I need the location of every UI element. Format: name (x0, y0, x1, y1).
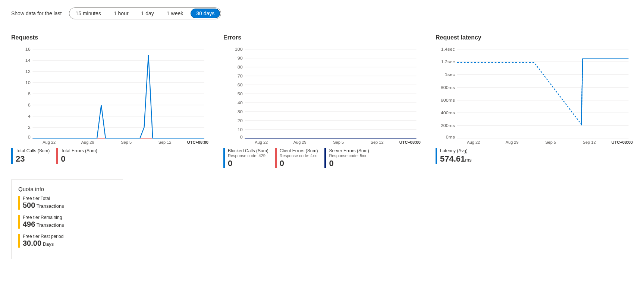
legend-client-errors: Client Errors (Sum) Response code: 4xx 0 (275, 148, 318, 168)
timezone-label: UTC+08:00 (184, 140, 208, 144)
time-filter-label: Show data for the last (11, 10, 62, 16)
svg-text:6: 6 (28, 103, 31, 108)
requests-chart-title: Requests (11, 34, 208, 41)
svg-text:200ms: 200ms (441, 123, 455, 128)
svg-text:80: 80 (238, 65, 243, 70)
svg-text:14: 14 (25, 58, 31, 63)
quota-info-card: Quota info Free tier Total 500 Transacti… (11, 179, 123, 259)
svg-text:100: 100 (235, 47, 243, 52)
x-tick: Aug 29 (280, 140, 319, 144)
svg-text:16: 16 (25, 47, 31, 52)
errors-chart[interactable]: 100 90 80 70 60 50 40 30 20 10 0 (223, 45, 421, 139)
errors-chart-title: Errors (223, 34, 421, 41)
time-pill-1week[interactable]: 1 week (161, 9, 188, 18)
latency-chart-title: Request latency (436, 34, 633, 41)
svg-text:60: 60 (238, 83, 243, 88)
requests-x-axis: Aug 22 Aug 29 Sep 5 Sep 12 UTC+08:00 (11, 140, 208, 144)
svg-text:1.4sec: 1.4sec (441, 47, 455, 52)
latency-chart-panel: Request latency 1.4sec 1.2sec 1sec 800ms… (436, 34, 633, 168)
time-pill-1hour[interactable]: 1 hour (109, 9, 134, 18)
svg-text:70: 70 (238, 74, 243, 79)
legend-blocked-calls: Blocked Calls (Sum) Response code: 429 0 (223, 148, 268, 168)
svg-text:1.2sec: 1.2sec (441, 60, 455, 64)
x-tick: Aug 22 (454, 140, 493, 144)
svg-text:10: 10 (25, 80, 31, 85)
svg-text:12: 12 (25, 69, 31, 74)
svg-text:90: 90 (238, 56, 243, 61)
x-tick: Sep 5 (319, 140, 358, 144)
svg-text:2: 2 (28, 125, 31, 130)
quota-free-tier-remaining: Free tier Remaining 496 Transactions (18, 215, 116, 229)
legend-latency-avg: Latency (Avg) 574.61ms (436, 148, 473, 164)
svg-text:8: 8 (28, 92, 31, 96)
latency-legend: Latency (Avg) 574.61ms (436, 148, 633, 164)
errors-legend: Blocked Calls (Sum) Response code: 429 0… (223, 148, 421, 168)
time-pill-30days[interactable]: 30 days (191, 9, 220, 18)
svg-text:0ms: 0ms (446, 135, 455, 139)
svg-text:800ms: 800ms (441, 85, 455, 90)
svg-text:0: 0 (28, 135, 31, 139)
x-tick: Sep 12 (358, 140, 396, 144)
svg-text:10: 10 (238, 127, 243, 132)
charts-row: Requests 16 14 12 10 8 6 4 (11, 34, 633, 168)
requests-chart-panel: Requests 16 14 12 10 8 6 4 (11, 34, 208, 168)
x-tick: Aug 29 (493, 140, 531, 144)
svg-text:20: 20 (238, 118, 243, 123)
time-range-filter: Show data for the last 15 minutes 1 hour… (11, 7, 633, 19)
time-range-pills: 15 minutes 1 hour 1 day 1 week 30 days (69, 7, 221, 19)
errors-x-axis: Aug 22 Aug 29 Sep 5 Sep 12 UTC+08:00 (223, 140, 421, 144)
time-pill-15min[interactable]: 15 minutes (70, 9, 106, 18)
x-tick: Aug 22 (30, 140, 68, 144)
svg-text:0: 0 (240, 135, 243, 139)
svg-text:30: 30 (238, 109, 243, 114)
latency-x-axis: Aug 22 Aug 29 Sep 5 Sep 12 UTC+08:00 (436, 140, 633, 144)
timezone-label: UTC+08:00 (609, 140, 633, 144)
requests-legend: Total Calls (Sum) 23 Total Errors (Sum) … (11, 148, 208, 164)
x-tick: Sep 5 (531, 140, 570, 144)
timezone-label: UTC+08:00 (396, 140, 421, 144)
latency-chart[interactable]: 1.4sec 1.2sec 1sec 800ms 600ms 400ms 200… (436, 45, 633, 139)
legend-total-calls: Total Calls (Sum) 23 (11, 148, 50, 164)
quota-free-tier-total: Free tier Total 500 Transactions (18, 196, 116, 210)
x-tick: Sep 12 (570, 140, 608, 144)
errors-chart-panel: Errors 100 90 80 70 60 50 (223, 34, 421, 168)
x-tick: Sep 5 (107, 140, 145, 144)
quota-free-tier-rest: Free tier Rest period 30.00 Days (18, 234, 116, 248)
svg-text:400ms: 400ms (441, 111, 455, 115)
legend-server-errors: Server Errors (Sum) Response code: 5xx 0 (324, 148, 369, 168)
svg-text:1sec: 1sec (445, 72, 455, 77)
time-pill-1day[interactable]: 1 day (136, 9, 159, 18)
quota-title: Quota info (18, 186, 116, 192)
legend-total-errors: Total Errors (Sum) 0 (56, 148, 97, 164)
svg-text:50: 50 (238, 92, 243, 96)
x-tick: Aug 22 (242, 140, 280, 144)
requests-chart[interactable]: 16 14 12 10 8 6 4 2 0 (11, 45, 208, 139)
x-tick: Aug 29 (68, 140, 107, 144)
svg-text:4: 4 (28, 114, 31, 119)
svg-text:600ms: 600ms (441, 98, 455, 103)
x-tick: Sep 12 (145, 140, 184, 144)
svg-text:40: 40 (238, 101, 243, 105)
